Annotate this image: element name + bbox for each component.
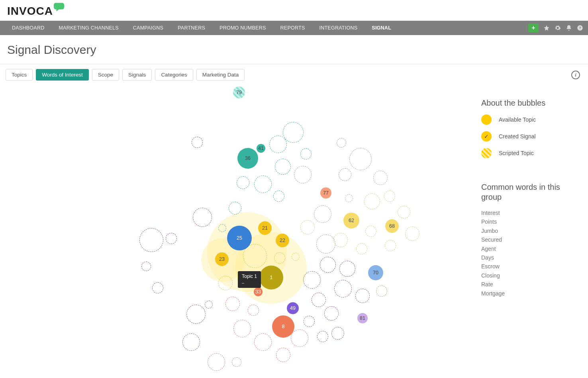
tab-scope[interactable]: Scope [92,69,119,81]
bubble-21[interactable]: 21 [258,221,272,235]
bubble-dashed[interactable] [324,306,339,321]
common-word: Agent [481,244,578,253]
bubble-dashed[interactable] [294,166,312,183]
bubble-dashed[interactable] [364,193,380,209]
svg-text:?: ? [579,26,581,30]
bubble-23[interactable]: 23 [215,252,229,266]
bubble-62[interactable]: 62 [343,213,359,228]
bubble-dashed[interactable] [303,271,321,289]
bubble-dashed[interactable] [333,233,348,247]
nav-partners[interactable]: PARTNERS [171,21,212,35]
legend-heading: About the bubbles [481,98,578,108]
info-icon[interactable]: i [571,71,580,79]
bubble-dashed[interactable] [276,348,290,362]
bubble-22[interactable]: 22 [276,234,289,247]
bubble-dashed[interactable] [205,301,213,309]
bell-icon[interactable] [566,25,572,31]
bubble-33[interactable]: 33 [254,287,263,296]
nav-campaigns[interactable]: CAMPAIGNS [126,21,171,35]
bubble-dashed[interactable] [300,148,312,159]
bubble-dashed[interactable] [139,228,163,252]
bubble-70[interactable]: 70 [368,265,383,280]
bubble-dashed[interactable] [331,327,344,340]
sidebar: About the bubbles Available Topic✓Create… [476,81,588,378]
bubble-dashed[interactable] [355,289,370,303]
bubble-dashed[interactable] [384,191,395,202]
bubble-81[interactable]: 81 [357,313,368,323]
bubble-dashed[interactable] [312,293,326,307]
bubble-dashed[interactable] [254,175,272,193]
bubble-dashed[interactable] [269,136,287,153]
bubble-dashed[interactable] [356,243,367,254]
bubble-36[interactable]: 36 [237,148,258,169]
bubble-dashed[interactable] [304,316,315,327]
bubble-dashed[interactable] [274,252,285,264]
nav-marketing-channels[interactable]: MARKETING CHANNELS [51,21,125,35]
bubble-dashed[interactable] [233,320,251,337]
nav-reports[interactable]: REPORTS [273,21,312,35]
bubble-dashed[interactable] [273,191,284,202]
bubble-dashed[interactable] [283,122,304,143]
bubble-dashed[interactable] [316,234,335,254]
bubble-dashed[interactable] [254,333,272,351]
bubble-41[interactable]: 41 [257,144,265,153]
bubble-dashed[interactable] [218,224,226,232]
nav-dashboard[interactable]: DASHBOARD [5,21,51,35]
add-button[interactable]: + [528,24,539,32]
bubble-79[interactable]: 79 [233,87,245,98]
star-icon[interactable] [543,25,550,31]
bubble-dashed[interactable] [225,297,240,311]
bubble-dashed[interactable] [152,282,163,293]
bubble-dashed[interactable] [166,233,177,244]
bubble-dashed[interactable] [345,194,353,202]
bubble-dashed[interactable] [291,329,308,347]
bubble-dashed[interactable] [275,159,291,175]
bubble-dashed[interactable] [192,137,203,148]
bubble-dashed[interactable] [300,220,315,234]
bubble-dashed[interactable] [320,257,336,273]
nav-promo-numbers[interactable]: PROMO NUMBERS [212,21,273,35]
bubble-visualization[interactable]: 793641772521222313384970816268 Topic 1 – [0,81,476,378]
tab-categories[interactable]: Categories [155,69,193,81]
bubble-dashed[interactable] [349,148,372,170]
tab-marketing-data[interactable]: Marketing Data [196,69,245,81]
bubble-dashed[interactable] [186,305,206,324]
bubble-dashed[interactable] [376,285,387,297]
bubble-77[interactable]: 77 [320,187,331,199]
bubble-dashed[interactable] [385,240,396,251]
tab-signals[interactable]: Signals [122,69,152,81]
gear-icon[interactable] [555,25,561,31]
bubble-1[interactable]: 1 [259,266,283,289]
bubble-dashed[interactable] [237,176,249,189]
legend-label: Created Signal [499,133,536,140]
bubble-dashed[interactable] [182,333,200,351]
bubble-dashed[interactable] [314,205,331,223]
bubble-49[interactable]: 49 [287,302,299,314]
tab-topics[interactable]: Topics [6,69,33,81]
help-icon[interactable]: ? [577,25,583,31]
bubble-dashed[interactable] [229,202,241,215]
bubble-dashed[interactable] [398,206,410,219]
bubble-dashed[interactable] [141,262,151,271]
bubble-dashed[interactable] [317,331,328,342]
bubble-25[interactable]: 25 [227,226,252,250]
bubble-dashed[interactable] [292,253,300,261]
tab-words-of-interest[interactable]: Words of Interest [36,69,89,81]
bubble-dashed[interactable] [193,208,212,227]
bubble-8[interactable]: 8 [272,315,294,338]
bubble-dashed[interactable] [334,280,352,297]
bubble-dashed[interactable] [365,226,376,237]
bubble-dashed[interactable] [208,353,225,371]
bubble-dashed[interactable] [405,226,419,241]
nav-integrations[interactable]: INTEGRATIONS [312,21,365,35]
bubble-dashed[interactable] [339,168,351,181]
bubble-68[interactable]: 68 [385,219,399,233]
nav-signal[interactable]: SIGNAL [365,21,398,35]
bubble-dashed[interactable] [218,276,233,290]
bubble-dashed[interactable] [337,138,346,148]
brand-text: INVOCA [7,5,53,18]
bubble-dashed[interactable] [248,305,259,316]
bubble-dashed[interactable] [373,171,388,185]
bubble-dashed[interactable] [339,261,355,277]
bubble-dashed[interactable] [232,357,241,367]
